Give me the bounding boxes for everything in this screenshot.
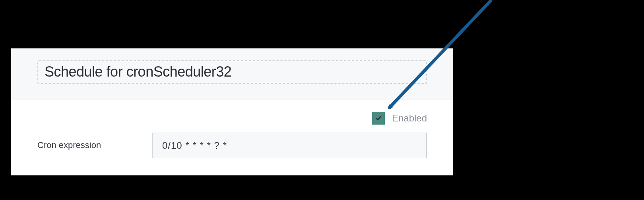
cron-row: Cron expression [11, 133, 453, 158]
enabled-checkbox[interactable] [372, 112, 385, 125]
schedule-panel: Schedule for cronScheduler32 Enabled Cro… [11, 48, 453, 175]
check-icon [375, 115, 382, 122]
enabled-row: Enabled [11, 100, 453, 133]
cron-expression-input[interactable] [162, 140, 417, 151]
schedule-title[interactable]: Schedule for cronScheduler32 [37, 60, 427, 84]
cron-expression-label: Cron expression [37, 140, 152, 150]
panel-header: Schedule for cronScheduler32 [11, 48, 453, 100]
enabled-label: Enabled [392, 113, 427, 124]
cron-expression-input-wrap [152, 133, 427, 158]
